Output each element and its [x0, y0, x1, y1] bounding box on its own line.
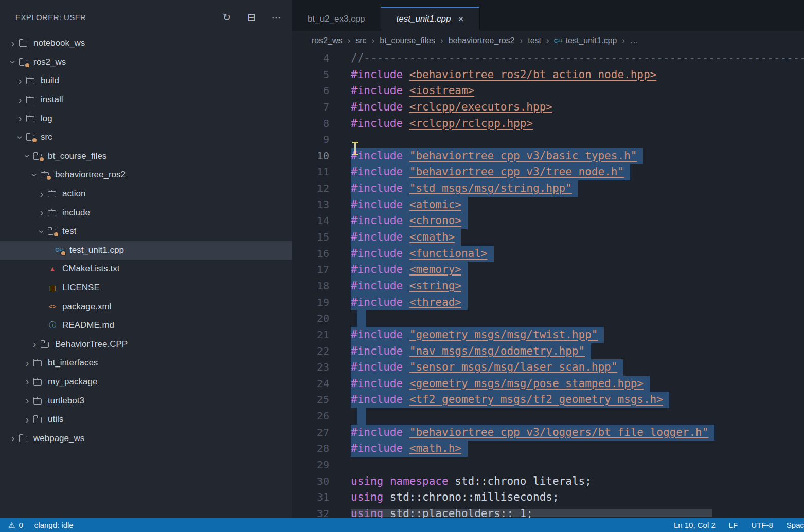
tree-item-log[interactable]: ›log	[0, 109, 292, 128]
tree-item-turtlebot3[interactable]: ›turtlebot3	[0, 391, 292, 410]
tree-item-package.xml[interactable]: <>package.xml	[0, 297, 292, 316]
encoding-indicator[interactable]: UTF-8	[751, 521, 773, 529]
chevron-down-icon[interactable]: ›	[14, 132, 26, 143]
tree-item-action[interactable]: ›action	[0, 185, 292, 204]
code-line-8[interactable]: 8#include <rclcpp/rclcpp.hpp>	[292, 116, 804, 132]
breadcrumb-item-test[interactable]: test	[528, 36, 541, 45]
modified-dot	[53, 231, 59, 237]
chevron-down-icon[interactable]: ›	[22, 151, 33, 162]
tree-item-test_unit1.cpp[interactable]: C++test_unit1.cpp	[0, 241, 292, 260]
breadcrumb-item-…[interactable]: …	[630, 36, 638, 45]
breadcrumb-label: test	[528, 36, 541, 45]
line-number: 13	[292, 197, 329, 213]
more-actions-icon[interactable]: ⋯	[271, 11, 282, 23]
code-line-20[interactable]: 20	[292, 310, 804, 327]
code-line-29[interactable]: 29	[292, 457, 804, 473]
breadcrumb-item-behaviortree_ros2[interactable]: behaviortree_ros2	[449, 36, 515, 45]
code-line-19[interactable]: 19#include <thread>	[292, 295, 804, 311]
tree-item-BehaviorTree.CPP[interactable]: ›BehaviorTree.CPP	[0, 335, 292, 354]
chevron-right-icon[interactable]: ›	[36, 188, 47, 200]
folder-open-icon	[33, 151, 43, 161]
chevron-right-icon[interactable]: ›	[14, 94, 26, 106]
tab-test_unit1.cpp[interactable]: test_unit1.cpp×	[381, 7, 480, 31]
tree-item-label: README.md	[62, 320, 114, 331]
code-line-12[interactable]: 12#include "std_msgs/msg/string.hpp"	[292, 180, 804, 197]
code-editor[interactable]: 4//-------------------------------------…	[292, 50, 804, 518]
chevron-down-icon[interactable]: ›	[29, 169, 41, 180]
chevron-right-icon[interactable]: ›	[29, 338, 40, 350]
tree-item-webpage_ws[interactable]: ›webpage_ws	[0, 429, 292, 448]
code-line-16[interactable]: 16#include <functional>	[292, 246, 804, 262]
tree-item-behaviortree_ros2[interactable]: ›behaviortree_ros2	[0, 166, 292, 185]
code-line-4[interactable]: 4//-------------------------------------…	[292, 50, 804, 67]
chevron-down-icon[interactable]: ›	[7, 57, 19, 68]
code-line-24[interactable]: 24#include <geometry_msgs/msg/pose_stamp…	[292, 376, 804, 392]
code-line-14[interactable]: 14#include <chrono>	[292, 213, 804, 229]
line-content: #include <rclcpp/rclcpp.hpp>	[351, 116, 533, 132]
tree-item-label: BehaviorTree.CPP	[55, 339, 128, 350]
breadcrumb-item-src[interactable]: src	[355, 36, 366, 45]
chevron-right-icon[interactable]: ›	[14, 75, 26, 87]
refresh-explorer-icon[interactable]: ↻	[221, 11, 233, 23]
tree-item-utils[interactable]: ›utils	[0, 410, 292, 429]
chevron-right-icon[interactable]: ›	[22, 395, 33, 407]
tree-item-CMakeLists.txt[interactable]: ▲CMakeLists.txt	[0, 260, 292, 279]
tree-item-LICENSE[interactable]: ▤LICENSE	[0, 279, 292, 298]
chevron-right-icon[interactable]: ›	[7, 432, 19, 444]
tree-item-ros2_ws[interactable]: ›ros2_ws	[0, 53, 292, 72]
breadcrumb-item-ros2_ws[interactable]: ros2_ws	[312, 36, 343, 45]
code-line-7[interactable]: 7#include <rclcpp/executors.hpp>	[292, 99, 804, 116]
modified-dot	[24, 62, 30, 68]
code-line-23[interactable]: 23#include "sensor_msgs/msg/laser_scan.h…	[292, 359, 804, 376]
code-line-25[interactable]: 25#include <tf2_geometry_msgs/tf2_geomet…	[292, 392, 804, 408]
chevron-right-icon[interactable]: ›	[22, 357, 33, 369]
code-line-31[interactable]: 31using std::chrono::milliseconds;	[292, 489, 804, 506]
tree-item-install[interactable]: ›install	[0, 90, 292, 109]
code-line-22[interactable]: 22#include "nav_msgs/msg/odometry.hpp"	[292, 343, 804, 360]
folder-icon	[47, 189, 58, 199]
code-line-27[interactable]: 27#include "behaviortree_cpp_v3/loggers/…	[292, 425, 804, 441]
tree-item-src[interactable]: ›src	[0, 128, 292, 147]
indentation-indicator[interactable]: Spac	[787, 521, 804, 529]
breadcrumb-item-bt_course_files[interactable]: bt_course_files	[380, 36, 435, 45]
code-line-26[interactable]: 26	[292, 408, 804, 425]
collapse-folders-icon[interactable]: ⊟	[246, 11, 257, 23]
cursor-position[interactable]: Ln 10, Col 2	[674, 521, 716, 529]
breadcrumb-item-test_unit1.cpp[interactable]: C++test_unit1.cpp	[555, 36, 617, 45]
problems-indicator[interactable]: ⚠ 0	[8, 521, 23, 530]
tree-item-label: install	[41, 95, 63, 105]
tree-item-build[interactable]: ›build	[0, 71, 292, 90]
tree-item-test[interactable]: ›test	[0, 222, 292, 241]
code-line-9[interactable]: 9	[292, 132, 804, 148]
chevron-down-icon[interactable]: ›	[36, 226, 48, 237]
chevron-right-icon[interactable]: ›	[22, 414, 33, 426]
tree-item-label: CMakeLists.txt	[62, 264, 119, 274]
code-line-15[interactable]: 15#include <cmath>	[292, 229, 804, 246]
eol-indicator[interactable]: LF	[729, 521, 738, 529]
tree-item-README.md[interactable]: ⓘREADME.md	[0, 316, 292, 335]
code-line-21[interactable]: 21#include "geometry_msgs/msg/twist.hpp"	[292, 327, 804, 343]
horizontal-scrollbar[interactable]	[351, 509, 712, 517]
tab-bt_u2_ex3.cpp[interactable]: bt_u2_ex3.cpp	[292, 7, 381, 31]
tree-item-include[interactable]: ›include	[0, 203, 292, 222]
code-line-13[interactable]: 13#include <atomic>	[292, 197, 804, 213]
code-line-28[interactable]: 28#include <math.h>	[292, 441, 804, 457]
tree-item-bt_course_files[interactable]: ›bt_course_files	[0, 147, 292, 166]
chevron-right-icon[interactable]: ›	[7, 38, 19, 49]
language-server-status[interactable]: clangd: idle	[34, 521, 74, 529]
tree-item-notebook_ws[interactable]: ›notebook_ws	[0, 34, 292, 53]
chevron-right-icon[interactable]: ›	[14, 113, 26, 124]
tree-item-bt_interfaces[interactable]: ›bt_interfaces	[0, 354, 292, 373]
line-content: #include "std_msgs/msg/string.hpp"	[351, 180, 578, 197]
chevron-right-icon[interactable]: ›	[22, 376, 33, 388]
code-line-10[interactable]: 10#include "behaviortree_cpp_v3/basic_ty…	[292, 148, 804, 164]
code-line-6[interactable]: 6#include <iostream>	[292, 83, 804, 99]
code-line-17[interactable]: 17#include <memory>	[292, 262, 804, 278]
code-line-30[interactable]: 30using namespace std::chrono_literals;	[292, 473, 804, 490]
close-tab-icon[interactable]: ×	[458, 13, 463, 25]
chevron-right-icon[interactable]: ›	[36, 207, 47, 218]
code-line-5[interactable]: 5#include <behaviortree_ros2/bt_action_n…	[292, 67, 804, 83]
code-line-11[interactable]: 11#include "behaviortree_cpp_v3/tree_nod…	[292, 164, 804, 180]
code-line-18[interactable]: 18#include <string>	[292, 278, 804, 295]
tree-item-my_package[interactable]: ›my_package	[0, 373, 292, 392]
